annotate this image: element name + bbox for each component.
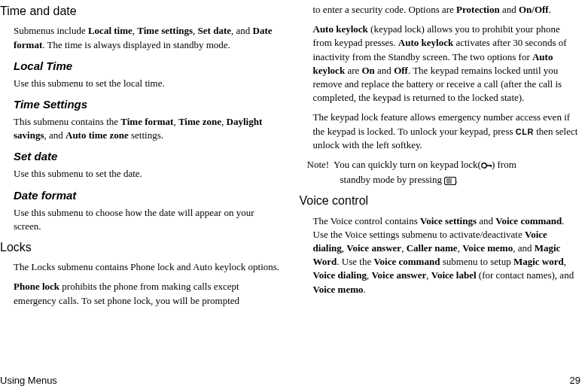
bold-phone-lock: Phone lock <box>14 281 59 292</box>
text: You can quickly turn on keypad lock( <box>334 159 481 170</box>
bold-magic-word: Magic word <box>513 256 564 267</box>
footer-page-number: 29 <box>570 374 580 387</box>
bold-voice-dialing: Voice dialing <box>313 269 367 281</box>
left-column: Time and date Submenus include Local tim… <box>0 3 282 314</box>
footer-section-title: Using Menus <box>0 374 57 387</box>
heading-local-time: Local Time <box>14 58 282 74</box>
bold-time-format: Time format <box>120 116 173 127</box>
heading-voice-control: Voice control <box>300 193 581 209</box>
heading-time-and-date: Time and date <box>0 3 282 20</box>
text: This submenu contains the <box>14 116 120 127</box>
text: , <box>564 256 566 267</box>
bold-voice-memo: Voice memo <box>313 284 364 295</box>
keypad-lock-emergency-p: The keypad lock feature allows emergency… <box>313 111 581 152</box>
bold-voice-command: Voice command <box>373 256 440 267</box>
heading-time-settings: Time Settings <box>14 96 282 112</box>
text: and <box>500 4 519 15</box>
text: ) from <box>492 159 516 170</box>
text: (for contact names), and <box>477 269 574 281</box>
text: . Use the <box>337 256 373 267</box>
bold-voice-label: Voice label <box>431 269 477 281</box>
bold-protection: Protection <box>456 4 500 15</box>
heading-locks: Locks <box>0 239 282 256</box>
set-date-body: Use this submenu to set the date. <box>14 167 282 181</box>
note-row: Note! You can quickly turn on keypad loc… <box>300 158 581 172</box>
security-code-p: to enter a security code. Options are Pr… <box>313 3 581 17</box>
voice-control-body: The Voice control contains Voice setting… <box>313 214 581 296</box>
page-body: Time and date Submenus include Local tim… <box>0 0 588 314</box>
text: submenu to setup <box>440 256 513 267</box>
svg-point-0 <box>482 163 486 168</box>
note-body-line2: standby mode by pressing . <box>300 173 581 187</box>
local-time-body: Use this submenu to set the local time. <box>14 77 282 90</box>
bold-local-time: Local time <box>88 25 133 36</box>
time-settings-body: This submenu contains the Time format, T… <box>14 115 282 142</box>
bold-voice-answer: Voice answer <box>371 269 426 281</box>
text: , and <box>513 242 535 254</box>
bold-voice-settings: Voice settings <box>420 215 477 226</box>
svg-rect-2 <box>490 165 491 167</box>
note-label: Note! <box>307 158 330 172</box>
bold-voice-memo: Voice memo <box>462 242 513 254</box>
page-footer: Using Menus 29 <box>0 374 580 387</box>
locks-p1: The Locks submenu contains Phone lock an… <box>14 260 282 274</box>
bold-voice-answer: Voice answer <box>346 242 401 254</box>
text: and <box>375 65 394 76</box>
locks-p2: Phone lock prohibits the phone from maki… <box>14 280 282 307</box>
text: to enter a security code. Options are <box>313 4 457 15</box>
bold-set-date: Set date <box>198 25 231 36</box>
bold-voice-command: Voice command <box>495 215 562 226</box>
heading-set-date: Set date <box>14 148 282 164</box>
key-lock-icon <box>481 162 492 169</box>
text: , and <box>44 129 66 141</box>
text: . The time is always displayed in standb… <box>42 39 230 50</box>
bold-auto-keylock: Auto keylock <box>398 37 453 48</box>
date-format-body: Use this submenu to choose how the date … <box>14 206 282 233</box>
text: . <box>549 4 551 15</box>
text: , and <box>231 25 253 36</box>
bold-on-off: On/Off <box>519 4 549 15</box>
clr-key-label: CLR <box>516 127 534 136</box>
text: . <box>364 284 366 295</box>
bold-time-settings: Time settings <box>137 25 193 36</box>
bold-auto-keylock: Auto keylock <box>313 23 368 35</box>
bold-on: On <box>362 65 375 76</box>
right-column: to enter a security code. Options are Pr… <box>300 3 581 314</box>
text: are <box>345 65 361 76</box>
bold-auto-time-zone: Auto time zone <box>66 129 129 141</box>
bold-caller-name: Caller name <box>407 242 458 254</box>
text: and <box>477 215 495 226</box>
heading-date-format: Date format <box>14 187 282 203</box>
time-date-intro: Submenus include Local time, Time settin… <box>14 24 282 51</box>
bold-off: Off <box>394 65 408 76</box>
text: settings. <box>129 129 163 141</box>
bold-time-zone: Time zone <box>178 116 221 127</box>
text: standby mode by pressing <box>340 174 445 185</box>
auto-keylock-p: Auto keylock (keypad lock) allows you to… <box>313 23 581 105</box>
text: Submenus include <box>14 25 88 36</box>
menu-key-icon <box>444 177 455 184</box>
note-body-line1: You can quickly turn on keypad lock() fr… <box>334 158 580 172</box>
text: The Voice control contains <box>313 215 421 226</box>
